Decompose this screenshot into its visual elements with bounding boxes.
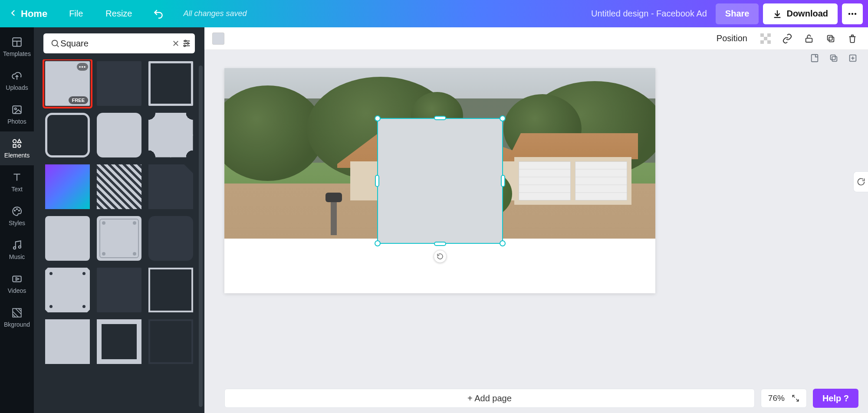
templates-icon <box>11 36 23 48</box>
element-thumb[interactable] <box>147 318 195 366</box>
svg-line-33 <box>16 308 21 314</box>
chevron-left-icon <box>10 8 17 20</box>
link-button[interactable] <box>779 31 795 46</box>
resize-handle-se[interactable] <box>500 240 506 246</box>
add-page-icon-button[interactable] <box>847 52 858 64</box>
resize-handle-w[interactable] <box>375 175 379 187</box>
svg-point-27 <box>19 246 21 248</box>
search-filters-button[interactable] <box>181 36 192 51</box>
element-thumb[interactable] <box>147 59 195 108</box>
home-button[interactable]: Home <box>5 6 52 22</box>
delete-button[interactable] <box>845 31 860 46</box>
element-thumb[interactable] <box>43 111 92 159</box>
undo-icon <box>153 8 164 20</box>
resync-button[interactable] <box>853 171 868 192</box>
svg-rect-28 <box>13 276 21 282</box>
svg-rect-9 <box>806 38 812 42</box>
resize-menu[interactable]: Resize <box>100 6 137 21</box>
element-thumb[interactable] <box>95 214 143 262</box>
add-page-button[interactable]: + Add page <box>224 389 755 408</box>
element-thumb[interactable] <box>147 214 195 262</box>
document-title[interactable]: Untitled design - Facebook Ad <box>591 9 707 19</box>
results-area: •••FREE <box>34 59 204 413</box>
svg-rect-20 <box>13 144 16 148</box>
context-toolbar: Position <box>204 27 868 50</box>
undo-button[interactable] <box>150 5 167 23</box>
more-menu-button[interactable] <box>842 3 863 24</box>
rail-label: Music <box>9 253 25 260</box>
duplicate-page-button[interactable] <box>828 52 839 64</box>
svg-rect-21 <box>18 144 20 148</box>
resize-handle-nw[interactable] <box>375 115 381 121</box>
element-thumb[interactable] <box>43 266 92 314</box>
thumb-more-button[interactable]: ••• <box>77 63 88 71</box>
svg-rect-48 <box>832 56 837 61</box>
clear-search-button[interactable] <box>170 36 181 51</box>
search-row <box>43 33 195 53</box>
rotate-handle[interactable] <box>434 250 447 263</box>
resize-handle-sw[interactable] <box>375 240 381 246</box>
rail-bkground[interactable]: Bkground <box>0 301 34 334</box>
element-thumb[interactable] <box>43 318 92 366</box>
rail-label: Templates <box>3 50 31 57</box>
rail-text[interactable]: Text <box>0 165 34 199</box>
selected-element[interactable] <box>377 118 503 244</box>
transparency-button[interactable] <box>758 31 773 46</box>
resize-handle-n[interactable] <box>434 116 446 120</box>
svg-rect-11 <box>828 35 832 40</box>
element-thumb[interactable]: •••FREE <box>43 59 92 108</box>
music-icon <box>11 239 23 251</box>
svg-line-53 <box>792 395 795 397</box>
file-menu[interactable]: File <box>64 6 88 21</box>
element-thumb[interactable] <box>43 163 92 211</box>
element-thumb[interactable] <box>95 163 143 211</box>
help-button[interactable]: Help ? <box>813 389 858 408</box>
rail-photos[interactable]: Photos <box>0 98 34 131</box>
resize-handle-ne[interactable] <box>500 115 506 121</box>
panel-scrollbar[interactable] <box>199 66 203 407</box>
svg-rect-4 <box>760 33 764 37</box>
duplicate-button[interactable] <box>823 31 838 46</box>
rail-uploads[interactable]: Uploads <box>0 64 34 98</box>
svg-rect-7 <box>760 40 764 44</box>
svg-point-2 <box>855 13 856 14</box>
element-thumb[interactable] <box>147 111 195 159</box>
element-thumb[interactable] <box>147 163 195 211</box>
page-actions <box>809 52 858 64</box>
fill-color-swatch[interactable] <box>212 33 224 45</box>
rail-elements[interactable]: Elements <box>0 131 34 165</box>
element-thumb[interactable] <box>147 266 195 314</box>
dots-horizontal-icon <box>847 9 858 19</box>
expand-icon <box>792 394 799 402</box>
svg-rect-47 <box>812 55 818 62</box>
rotate-icon <box>437 253 444 260</box>
element-thumb[interactable] <box>95 318 143 366</box>
element-thumb[interactable] <box>95 266 143 314</box>
svg-rect-10 <box>829 37 834 42</box>
element-thumb[interactable] <box>95 111 143 159</box>
resize-handle-s[interactable] <box>434 242 446 246</box>
refresh-icon <box>857 177 865 186</box>
rail-templates[interactable]: Templates <box>0 30 34 64</box>
search-input[interactable] <box>60 39 170 49</box>
share-button[interactable]: Share <box>716 3 759 24</box>
element-thumb[interactable] <box>43 214 92 262</box>
photo-icon <box>11 104 23 115</box>
svg-line-36 <box>57 45 59 47</box>
element-thumb[interactable] <box>95 59 143 108</box>
resize-handle-e[interactable] <box>501 175 505 187</box>
position-button[interactable]: Position <box>712 31 752 46</box>
page-notes-button[interactable] <box>809 52 820 64</box>
rail-styles[interactable]: Styles <box>0 199 34 233</box>
rail-music[interactable]: Music <box>0 233 34 267</box>
rail-videos[interactable]: Videos <box>0 267 34 301</box>
svg-rect-8 <box>767 40 771 44</box>
svg-point-0 <box>848 13 850 14</box>
download-button[interactable]: Download <box>763 3 838 24</box>
rail-label: Bkground <box>4 321 30 328</box>
download-icon <box>773 9 782 19</box>
lock-button[interactable] <box>801 31 817 46</box>
rail-label: Uploads <box>6 84 28 91</box>
canvas-page[interactable] <box>224 68 655 293</box>
zoom-control[interactable]: 76% <box>761 389 807 408</box>
